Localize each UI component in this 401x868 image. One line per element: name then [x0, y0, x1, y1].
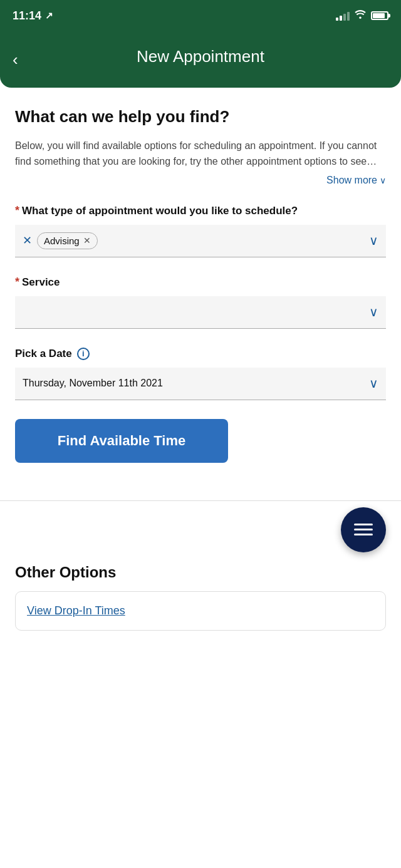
- chevron-down-icon: ∨: [380, 175, 386, 185]
- show-more-label: Show more: [326, 175, 377, 186]
- required-indicator: *: [15, 205, 19, 216]
- header: ‹ New Appointment: [0, 31, 401, 88]
- menu-line-3: [354, 534, 373, 535]
- appointment-type-group: * What type of appointment would you lik…: [15, 205, 386, 257]
- signal-icon: [336, 11, 350, 21]
- time-display: 11:14: [13, 9, 41, 23]
- required-indicator: *: [15, 276, 19, 287]
- menu-line-2: [354, 529, 373, 530]
- battery-icon: [371, 11, 388, 20]
- show-more-link[interactable]: Show more ∨: [326, 175, 386, 186]
- wifi-icon: [355, 10, 366, 21]
- other-options-section: Other Options View Drop-In Times: [0, 551, 401, 631]
- chevron-down-icon: ∨: [369, 304, 378, 319]
- clear-selection-icon[interactable]: ✕: [23, 234, 32, 247]
- label-text: Pick a Date: [15, 348, 72, 360]
- show-more-section: Show more ∨: [15, 175, 386, 186]
- date-group: Pick a Date i Thursday, November 11th 20…: [15, 348, 386, 400]
- appointment-type-select[interactable]: ✕ Advising ✕ ∨: [15, 225, 386, 257]
- service-group: * Service ∨: [15, 276, 386, 329]
- advising-tag[interactable]: Advising ✕: [37, 232, 98, 249]
- location-icon: ↗: [45, 10, 53, 21]
- description-text: Below, you will find available options f…: [15, 138, 386, 170]
- label-text: Service: [22, 276, 60, 289]
- main-content: What can we help you find? Below, you wi…: [0, 88, 401, 500]
- other-options-title: Other Options: [15, 564, 386, 581]
- chevron-down-icon: ∨: [369, 233, 378, 248]
- pick-date-label: Pick a Date i: [15, 348, 386, 360]
- page-title: New Appointment: [137, 47, 264, 66]
- date-value: Thursday, November 11th 2021: [23, 378, 163, 389]
- appointment-type-label: * What type of appointment would you lik…: [15, 205, 386, 217]
- status-bar: 11:14 ↗: [0, 0, 401, 31]
- view-drop-in-times-link[interactable]: View Drop-In Times: [27, 604, 125, 617]
- back-button[interactable]: ‹: [13, 50, 18, 70]
- tag-label: Advising: [44, 235, 80, 246]
- drop-in-times-card[interactable]: View Drop-In Times: [15, 591, 386, 631]
- label-text: What type of appointment would you like …: [22, 205, 298, 217]
- section-divider: [0, 500, 401, 501]
- menu-fab-button[interactable]: [341, 507, 386, 552]
- service-select[interactable]: ∨: [15, 296, 386, 329]
- status-time: 11:14 ↗: [13, 9, 53, 23]
- fab-area: [0, 507, 401, 545]
- info-icon[interactable]: i: [77, 348, 90, 360]
- menu-line-1: [354, 524, 373, 525]
- find-available-time-button[interactable]: Find Available Time: [15, 419, 228, 463]
- date-select[interactable]: Thursday, November 11th 2021 ∨: [15, 368, 386, 400]
- tag-remove-icon[interactable]: ✕: [83, 235, 91, 245]
- service-label: * Service: [15, 276, 386, 289]
- selected-tags-area: ✕ Advising ✕: [23, 232, 98, 249]
- main-question: What can we help you find?: [15, 106, 386, 128]
- status-icons: [336, 10, 388, 21]
- chevron-down-icon: ∨: [369, 376, 378, 391]
